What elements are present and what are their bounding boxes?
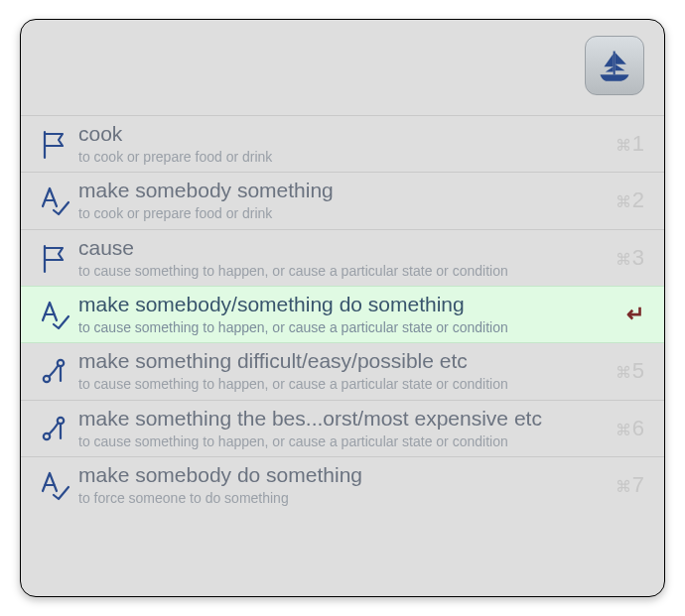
keyboard-shortcut: ⌘6 [609,416,644,441]
keyboard-shortcut: ⌘2 [609,187,644,213]
result-title: cause [78,236,601,260]
result-texts: make somebody do somethingto force someo… [78,463,609,507]
ship-icon [594,45,635,86]
cmd-key-icon: ⌘ [616,363,631,382]
result-title: make something difficult/easy/possible e… [78,349,601,373]
branch-icon [39,355,78,387]
a-check-icon [39,185,78,216]
cmd-key-icon: ⌘ [616,477,631,496]
result-subtitle: to cause something to happen, or cause a… [78,375,601,393]
result-subtitle: to force someone to do something [78,489,601,507]
keyboard-shortcut: ⌘1 [609,131,644,157]
result-subtitle: to cook or prepare food or drink [78,148,601,166]
cmd-key-icon: ⌘ [616,136,631,155]
a-check-icon [39,299,78,330]
panel-header [21,20,664,115]
result-subtitle: to cook or prepare food or drink [78,204,601,222]
flag-icon [39,242,78,274]
cmd-key-icon: ⌘ [616,250,631,269]
result-texts: make somebody/something do somethingto c… [78,293,609,336]
result-title: cook [78,122,601,146]
result-row[interactable]: make somebody do somethingto force someo… [21,456,664,513]
result-subtitle: to cause something to happen, or cause a… [78,432,601,450]
cmd-key-icon: ⌘ [616,192,631,211]
result-subtitle: to cause something to happen, or cause a… [78,318,601,336]
result-title: make something the bes...orst/most expen… [78,407,601,431]
result-title: make somebody/something do something [78,293,601,316]
result-row[interactable]: causeto cause something to happen, or ca… [21,229,664,286]
result-texts: make something the bes...orst/most expen… [78,407,609,450]
result-texts: make somebody somethingto cook or prepar… [78,179,609,222]
svg-rect-0 [614,52,616,75]
search-results-panel: cookto cook or prepare food or drink⌘1ma… [20,19,665,597]
result-row[interactable]: make something difficult/easy/possible e… [21,342,664,399]
shortcut-number: 7 [632,472,644,498]
shortcut-number: 6 [632,416,644,441]
keyboard-shortcut: ⌘3 [609,245,644,271]
shortcut-number: 1 [632,131,644,157]
result-row[interactable]: cookto cook or prepare food or drink⌘1 [21,115,664,172]
app-ship-icon [585,36,644,95]
result-row[interactable]: make somebody/something do somethingto c… [21,286,664,342]
branch-icon [39,413,78,444]
result-row[interactable]: make somebody somethingto cook or prepar… [21,172,664,228]
result-texts: make something difficult/easy/possible e… [78,349,609,393]
shortcut-number: 5 [632,358,644,384]
result-texts: cookto cook or prepare food or drink [78,122,609,166]
result-subtitle: to cause something to happen, or cause a… [78,262,601,280]
result-title: make somebody something [78,179,601,202]
keyboard-shortcut: ⌘5 [609,358,644,384]
shortcut-number: 3 [632,245,644,271]
a-check-icon [39,469,78,501]
result-title: make somebody do something [78,463,601,487]
flag-icon [39,128,78,160]
shortcut-number: 2 [632,187,644,213]
cmd-key-icon: ⌘ [616,421,631,439]
result-row[interactable]: make something the bes...orst/most expen… [21,400,664,456]
result-texts: causeto cause something to happen, or ca… [78,236,609,280]
keyboard-shortcut: ⌘7 [609,472,644,498]
enter-key-icon: ↵ [609,302,644,327]
results-list: cookto cook or prepare food or drink⌘1ma… [21,115,664,513]
